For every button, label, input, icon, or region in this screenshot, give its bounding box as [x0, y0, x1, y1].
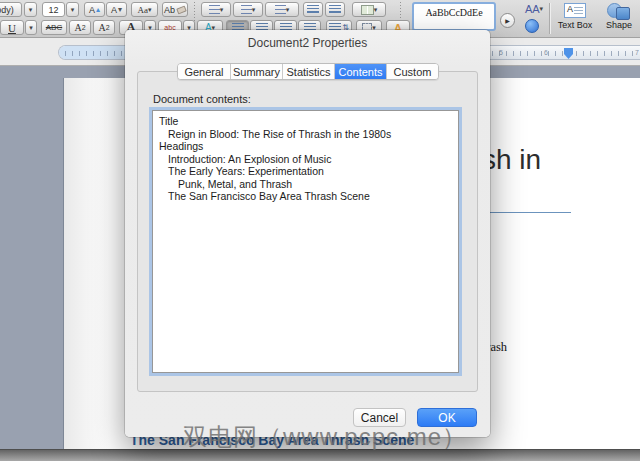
underline-button[interactable]: U	[0, 20, 24, 35]
increase-indent-button[interactable]	[325, 2, 345, 17]
strikethrough-icon: ABC	[46, 23, 62, 32]
properties-dialog: Document2 Properties General Summary Sta…	[125, 30, 490, 437]
tab-statistics[interactable]: Statistics	[282, 64, 334, 79]
shape-label: Shape	[606, 20, 632, 30]
clear-formatting-icon: Ab	[164, 5, 175, 15]
tab-contents[interactable]: Contents	[334, 64, 386, 79]
numbered-list-icon	[241, 5, 252, 14]
clear-formatting-button[interactable]: Ab	[162, 2, 188, 17]
superscript-exp: 2	[82, 24, 86, 31]
bulleted-list-icon	[209, 5, 220, 14]
text-box-label: Text Box	[558, 20, 593, 30]
toolbar-separator	[549, 3, 550, 34]
decrease-indent-button[interactable]	[303, 2, 323, 17]
word-window: ody) 12 A A Aa Ab	[0, 0, 640, 461]
document-title-fragment: sh in	[482, 144, 541, 176]
font-name-dropdown-icon[interactable]	[24, 2, 37, 17]
ruler-number: 5	[499, 49, 503, 56]
font-size-dropdown-icon[interactable]	[66, 2, 79, 17]
content-line: Reign in Blood: The Rise of Thrash in th…	[159, 128, 452, 141]
font-size-value: 12	[48, 5, 58, 15]
subscript-sub: 2	[106, 24, 110, 31]
font-name-value: ody)	[0, 5, 14, 15]
content-line: The San Francisco Bay Area Thrash Scene	[159, 190, 452, 203]
content-line: The Early Years: Experimentation	[159, 165, 452, 178]
shrink-font-icon: A	[111, 5, 117, 15]
style-preview-text: AaBbCcDdEe	[425, 7, 482, 29]
media-browser-button[interactable]	[524, 18, 540, 34]
subscript-button[interactable]: A2	[93, 20, 115, 35]
change-case-icon: Aa	[137, 5, 148, 15]
ruler-number: 6	[544, 49, 548, 56]
document-contents-listbox[interactable]: Title Reign in Blood: The Rise of Thrash…	[152, 110, 459, 373]
subscript-icon: A	[98, 22, 105, 33]
font-name-combo[interactable]: ody)	[0, 2, 22, 17]
style-preview-box[interactable]: AaBbCcDdEe	[412, 2, 496, 31]
ruler-indent-marker[interactable]	[564, 48, 573, 59]
change-case-button[interactable]: Aa	[131, 2, 158, 17]
document-contents-label: Document contents:	[153, 93, 251, 105]
style-gallery-expand-button[interactable]	[500, 13, 515, 28]
shrink-font-button[interactable]: A	[106, 2, 127, 17]
watermark-text: 双电网（www.pcpc.me）	[183, 421, 467, 453]
tab-general[interactable]: General	[178, 64, 230, 79]
styles-icon: AA	[525, 3, 540, 15]
multilevel-list-button[interactable]	[265, 2, 299, 17]
underline-icon: U	[8, 22, 16, 34]
content-line: Punk, Metal, and Thrash	[159, 178, 452, 191]
text-box-icon	[564, 3, 586, 18]
grow-font-button[interactable]: A	[84, 2, 105, 17]
ruler-number: 7	[635, 49, 639, 56]
font-size-combo[interactable]: 12	[42, 2, 65, 17]
picture-button[interactable]: Pic	[636, 0, 640, 37]
bullets-button[interactable]	[201, 2, 231, 17]
styles-pane-button[interactable]: AA	[521, 1, 547, 16]
decrease-indent-icon	[307, 5, 319, 14]
increase-indent-icon	[329, 5, 341, 14]
shape-icon	[607, 2, 631, 18]
strikethrough-button[interactable]: ABC	[41, 20, 67, 35]
content-line: Headings	[159, 140, 452, 153]
shape-button[interactable]: Shape	[600, 0, 638, 37]
dialog-title: Document2 Properties	[125, 36, 490, 50]
superscript-button[interactable]: A2	[69, 20, 91, 35]
tab-custom[interactable]: Custom	[386, 64, 438, 79]
columns-icon	[361, 5, 374, 15]
eraser-icon	[176, 5, 187, 14]
dialog-tab-bar: General Summary Statistics Contents Cust…	[177, 63, 439, 80]
columns-button[interactable]	[352, 2, 386, 17]
content-line: Title	[159, 115, 452, 128]
content-line: Introduction: An Explosion of Music	[159, 153, 452, 166]
grow-font-icon: A	[89, 5, 95, 15]
numbering-button[interactable]	[233, 2, 263, 17]
underline-dropdown-icon[interactable]	[25, 20, 37, 35]
multilevel-list-icon	[275, 5, 286, 14]
text-box-button[interactable]: Text Box	[552, 0, 598, 37]
superscript-icon: A	[74, 22, 81, 33]
media-browser-icon	[525, 19, 539, 33]
tab-summary[interactable]: Summary	[230, 64, 282, 79]
